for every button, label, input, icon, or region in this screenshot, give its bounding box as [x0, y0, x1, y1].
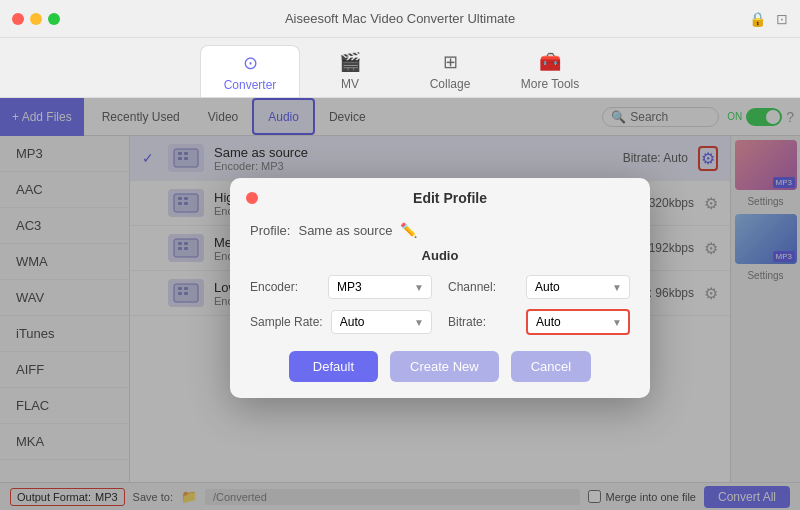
bitrate-label: Bitrate: [448, 315, 518, 329]
profile-label: Profile: [250, 223, 290, 238]
modal-footer: Default Create New Cancel [230, 351, 650, 398]
main-area: + Add Files Recently Used Video Audio De… [0, 98, 800, 510]
more-tools-icon: 🧰 [539, 51, 561, 73]
converter-icon: ⊙ [243, 52, 258, 74]
sample-rate-label: Sample Rate: [250, 315, 323, 329]
traffic-lights [12, 13, 60, 25]
bitrate-row: Bitrate: Auto ▼ [448, 309, 630, 335]
lock-icon: 🔒 [749, 11, 766, 27]
encoder-select[interactable]: MP3 [328, 275, 432, 299]
tab-collage[interactable]: ⊞ Collage [400, 45, 500, 97]
encoder-row: Encoder: MP3 ▼ [250, 275, 432, 299]
edit-profile-modal: Edit Profile Profile: Same as source ✏️ … [230, 178, 650, 398]
form-grid: Encoder: MP3 ▼ Channel: A [250, 275, 630, 335]
bitrate-select-wrapper: Auto ▼ [526, 309, 630, 335]
modal-title: Edit Profile [266, 190, 634, 206]
profile-value: Same as source [298, 223, 392, 238]
create-new-button[interactable]: Create New [390, 351, 499, 382]
channel-select-wrapper: Auto ▼ [526, 275, 630, 299]
modal-overlay: Edit Profile Profile: Same as source ✏️ … [0, 98, 800, 510]
collage-icon: ⊞ [443, 51, 458, 73]
modal-body: Profile: Same as source ✏️ Audio Encoder… [230, 214, 650, 351]
profile-edit-icon[interactable]: ✏️ [400, 222, 417, 238]
title-icons: 🔒 ⊡ [749, 11, 788, 27]
window-icon: ⊡ [776, 11, 788, 27]
app-title: Aiseesoft Mac Video Converter Ultimate [285, 11, 515, 26]
profile-row: Profile: Same as source ✏️ [250, 222, 630, 238]
bitrate-select[interactable]: Auto [526, 309, 630, 335]
sample-rate-select-wrapper: Auto ▼ [331, 310, 432, 334]
maximize-button[interactable] [48, 13, 60, 25]
channel-select[interactable]: Auto [526, 275, 630, 299]
encoder-select-wrapper: MP3 ▼ [328, 275, 432, 299]
close-button[interactable] [12, 13, 24, 25]
mv-icon: 🎬 [339, 51, 361, 73]
cancel-button[interactable]: Cancel [511, 351, 591, 382]
section-title: Audio [250, 248, 630, 263]
minimize-button[interactable] [30, 13, 42, 25]
sample-rate-row: Sample Rate: Auto ▼ [250, 309, 432, 335]
modal-header: Edit Profile [230, 178, 650, 214]
channel-row: Channel: Auto ▼ [448, 275, 630, 299]
tab-mv[interactable]: 🎬 MV [300, 45, 400, 97]
sample-rate-select[interactable]: Auto [331, 310, 432, 334]
tab-more-tools[interactable]: 🧰 More Tools [500, 45, 600, 97]
channel-label: Channel: [448, 280, 518, 294]
default-button[interactable]: Default [289, 351, 378, 382]
tab-bar: ⊙ Converter 🎬 MV ⊞ Collage 🧰 More Tools [0, 38, 800, 98]
tab-converter[interactable]: ⊙ Converter [200, 45, 300, 97]
encoder-label: Encoder: [250, 280, 320, 294]
modal-close-button[interactable] [246, 192, 258, 204]
title-bar: Aiseesoft Mac Video Converter Ultimate 🔒… [0, 0, 800, 38]
